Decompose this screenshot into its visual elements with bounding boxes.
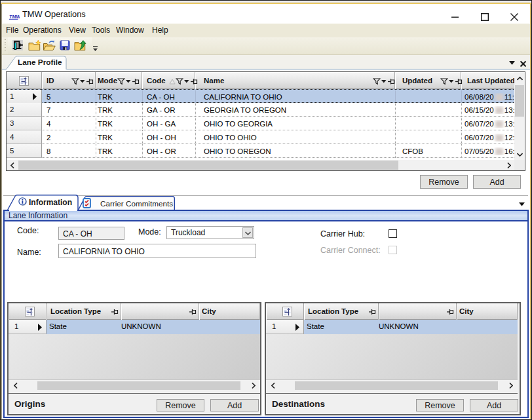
- svg-text:TMW: TMW: [9, 14, 20, 20]
